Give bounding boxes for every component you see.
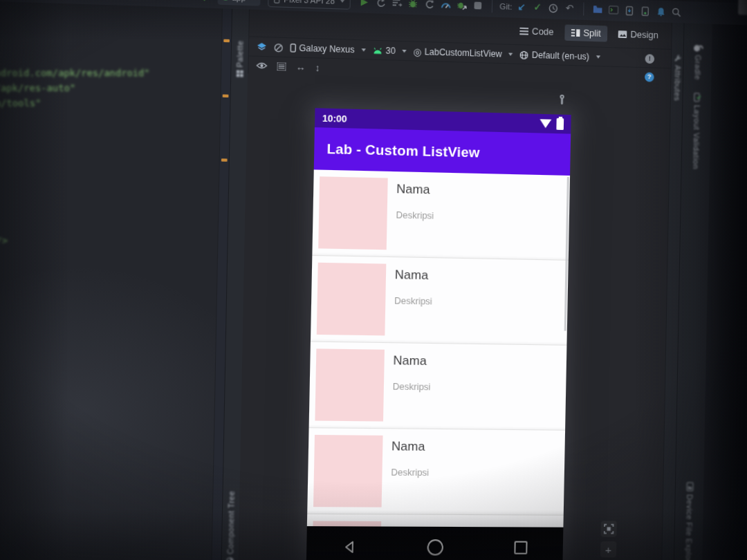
- list-item[interactable]: Nama Deskripsi: [307, 514, 564, 528]
- render-options-wrench-icon[interactable]: [557, 94, 566, 105]
- layout-design-pane: Palette Component Tree Code Split: [221, 9, 685, 560]
- wrench-icon: [674, 54, 682, 62]
- component-tree-tab-label: Component Tree: [225, 491, 236, 554]
- list-item-image: [313, 435, 383, 507]
- device-file-explorer-tab-label: Device File Explorer: [684, 494, 694, 560]
- code-line: ew" />: [0, 234, 8, 246]
- orientation-selector[interactable]: [274, 43, 284, 53]
- device-dropdown[interactable]: Galaxy Nexus: [290, 43, 366, 55]
- git-label: Git:: [499, 2, 512, 11]
- custom-listview[interactable]: Nama Deskripsi Nama Deskripsi Nama Deskr…: [307, 169, 570, 527]
- locale-dropdown[interactable]: Default (en-us): [519, 50, 600, 62]
- home-circle-icon: [427, 539, 444, 555]
- theme-dropdown[interactable]: ◎ LabCustomListView: [413, 46, 513, 59]
- toolbar-divider: [583, 2, 584, 15]
- sdk-manager-icon[interactable]: [621, 2, 637, 19]
- nav-home-button[interactable]: [393, 539, 479, 555]
- list-item[interactable]: Nama Deskripsi: [311, 256, 569, 346]
- debug-button[interactable]: [405, 0, 421, 12]
- list-item-name: Nama: [393, 353, 427, 368]
- profile-app-icon[interactable]: [454, 0, 470, 13]
- photo-frame: app Pixel 3 API 28 Git:: [0, 0, 747, 560]
- device-dropdown-label: Galaxy Nexus: [299, 43, 355, 55]
- list-item[interactable]: Nama Deskripsi: [312, 169, 570, 261]
- component-tree-icon: [226, 557, 234, 560]
- list-item-description: Deskripsi: [394, 296, 432, 307]
- nav-recents-button[interactable]: [478, 541, 563, 554]
- list-item-image: [317, 263, 387, 336]
- api-level-label: 30: [385, 46, 396, 56]
- notifications-bell-icon[interactable]: [653, 3, 669, 20]
- split-mode-icon: [571, 29, 580, 37]
- device-manager-icon[interactable]: [637, 3, 653, 19]
- apply-code-changes-button[interactable]: [389, 0, 405, 11]
- gradle-tab-label: Gradle: [693, 55, 702, 80]
- tab-component-tree[interactable]: Component Tree: [222, 491, 240, 560]
- profiler-button[interactable]: [437, 0, 454, 13]
- tab-gradle[interactable]: Gradle: [683, 44, 712, 80]
- tab-design[interactable]: Design: [611, 26, 665, 44]
- phone-preview[interactable]: 10:00 Lab - Custom ListView Nama Deskrip…: [306, 108, 571, 560]
- code-line: d.com/tools": [0, 97, 41, 109]
- battery-icon: [556, 118, 564, 130]
- tab-design-label: Design: [630, 30, 658, 41]
- canvas-zoom-controls: + −: [600, 521, 616, 560]
- tab-code-label: Code: [532, 26, 554, 37]
- help-badge[interactable]: ?: [645, 72, 654, 82]
- design-surface-selector[interactable]: [257, 42, 267, 51]
- swap-width-icon[interactable]: ↔: [295, 61, 305, 73]
- tab-split-label: Split: [583, 28, 601, 39]
- zoom-in-button[interactable]: +: [600, 541, 616, 557]
- code-editor-pane[interactable]: as.android.com/apk/res/android" .com/apk…: [0, 1, 232, 560]
- layers-icon: [257, 42, 267, 51]
- vcs-update-icon[interactable]: ↙: [513, 0, 530, 15]
- tab-code[interactable]: Code: [513, 23, 561, 40]
- search-everywhere-icon[interactable]: [669, 3, 685, 20]
- gradle-elephant-icon: [693, 44, 703, 52]
- chevron-down-icon: [340, 0, 345, 3]
- api-level-dropdown[interactable]: 30: [372, 45, 407, 56]
- stop-icon: [474, 2, 481, 10]
- phone-icon: [274, 0, 280, 3]
- gradle-sync-wrench-icon[interactable]: [198, 0, 214, 6]
- xml-source-code: as.android.com/apk/res/android" .com/apk…: [0, 1, 227, 560]
- attach-debugger-icon[interactable]: [421, 0, 438, 12]
- list-item[interactable]: Nama Deskripsi: [309, 342, 567, 431]
- issues-warning-badge[interactable]: !: [645, 54, 654, 64]
- app-action-bar: Lab - Custom ListView: [314, 127, 571, 176]
- module-label: app: [232, 0, 246, 3]
- vcs-rollback-icon[interactable]: ↶: [562, 0, 578, 17]
- vcs-history-clock-icon[interactable]: [546, 0, 562, 17]
- tab-device-file-explorer[interactable]: Device File Explorer: [674, 482, 705, 560]
- run-button[interactable]: [356, 0, 373, 10]
- chevron-down-icon: [596, 55, 600, 58]
- vcs-commit-check-icon[interactable]: ✓: [529, 0, 546, 16]
- list-item[interactable]: Nama Deskripsi: [307, 428, 565, 515]
- zoom-to-fit-button[interactable]: [601, 521, 617, 536]
- design-canvas[interactable]: 10:00 Lab - Custom ListView Nama Deskrip…: [238, 73, 671, 560]
- view-options-eye-icon[interactable]: [256, 62, 267, 69]
- swap-height-icon[interactable]: ↕: [315, 62, 320, 73]
- status-time: 10:00: [322, 112, 540, 129]
- tab-layout-validation[interactable]: Layout Validation: [682, 92, 712, 169]
- workspace: as.android.com/apk/res/android" .com/apk…: [0, 1, 747, 560]
- terminal-icon[interactable]: [605, 1, 621, 18]
- tab-split[interactable]: Split: [564, 24, 607, 41]
- device-file-explorer-icon: [686, 482, 694, 492]
- layout-validation-icon: [693, 93, 701, 102]
- palette-grid-icon: [236, 71, 243, 77]
- project-structure-folder-icon[interactable]: [589, 1, 605, 18]
- list-item-description: Deskripsi: [396, 210, 434, 221]
- list-item-name: Nama: [396, 182, 430, 197]
- apply-changes-restart-button[interactable]: [373, 0, 389, 11]
- tab-palette[interactable]: Palette: [231, 40, 248, 77]
- device-selector[interactable]: Pixel 3 API 28: [268, 0, 350, 10]
- ide-window: app Pixel 3 API 28 Git:: [0, 0, 747, 560]
- module-selector[interactable]: app: [217, 0, 261, 6]
- android-navigation-bar: [306, 526, 564, 560]
- stop-button[interactable]: [470, 0, 486, 14]
- chevron-down-icon: [361, 48, 366, 51]
- list-item-name: Nama: [391, 439, 425, 454]
- nav-back-button[interactable]: [306, 539, 393, 554]
- layout-list-icon[interactable]: [277, 62, 286, 71]
